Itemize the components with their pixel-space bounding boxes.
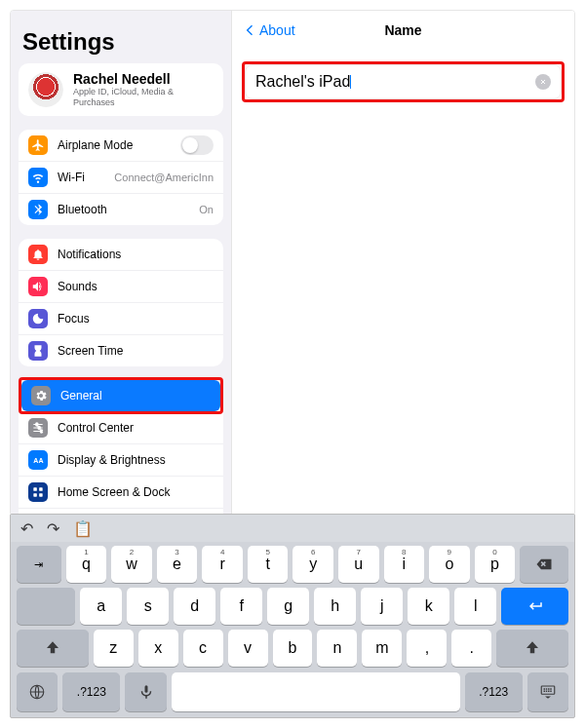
tab-key[interactable]: ⇥ (17, 546, 61, 583)
key-v[interactable]: v (228, 630, 268, 667)
svg-rect-3 (33, 493, 37, 497)
settings-group-connectivity: Airplane Mode Wi-Fi Connect@AmericInn Bl… (19, 130, 223, 225)
key-k[interactable]: k (408, 588, 449, 625)
keyboard-toolbar: ↶ ↷ 📋 (11, 515, 574, 542)
key-m[interactable]: m (362, 630, 402, 667)
sidebar-item-notifications[interactable]: Notifications (19, 239, 223, 270)
settings-title: Settings (19, 20, 223, 63)
wifi-icon (28, 168, 48, 187)
key-e[interactable]: 3e (157, 546, 198, 583)
bluetooth-value: On (199, 204, 214, 215)
key-y[interactable]: 6y (292, 546, 333, 583)
symbols-key-left[interactable]: .?123 (62, 672, 120, 711)
sidebar-item-bluetooth[interactable]: Bluetooth On (19, 193, 223, 225)
airplane-icon (28, 135, 48, 155)
focus-icon (28, 309, 48, 328)
space-key[interactable] (172, 672, 460, 711)
key-b[interactable]: b (273, 630, 313, 667)
notifications-icon (28, 245, 48, 264)
on-screen-keyboard: ↶ ↷ 📋 ⇥ 1q 2w 3e 4r 5t 6y 7u 8i 9o 0p a (10, 514, 575, 718)
dictation-key[interactable] (125, 672, 166, 711)
key-o[interactable]: 9o (429, 546, 470, 583)
sidebar-item-wifi[interactable]: Wi-Fi Connect@AmericInn (19, 161, 223, 193)
sidebar-item-focus[interactable]: Focus (19, 302, 223, 334)
sidebar-item-airplane[interactable]: Airplane Mode (19, 130, 223, 161)
highlight-name-field: Rachel's iPad (242, 61, 565, 102)
undo-button[interactable]: ↶ (20, 519, 33, 538)
apple-id-card[interactable]: Rachel Needell Apple ID, iCloud, Media &… (19, 63, 223, 116)
svg-rect-4 (39, 493, 43, 497)
svg-rect-1 (33, 487, 37, 491)
key-a[interactable]: a (80, 588, 122, 625)
redo-button[interactable]: ↷ (47, 519, 59, 538)
backspace-key[interactable] (520, 546, 568, 583)
sidebar-item-sounds[interactable]: Sounds (19, 270, 223, 302)
key-x[interactable]: x (138, 630, 178, 667)
svg-text:AA: AA (33, 457, 43, 464)
sidebar-item-display[interactable]: AA Display & Brightness (19, 443, 223, 476)
dismiss-keyboard-key[interactable] (527, 672, 568, 711)
name-input[interactable]: Rachel's iPad (255, 73, 351, 91)
key-z[interactable]: z (94, 630, 134, 667)
display-icon: AA (28, 450, 48, 470)
svg-rect-8 (541, 686, 555, 694)
detail-pane: About Name Rachel's iPad (231, 11, 574, 516)
bluetooth-icon (28, 200, 48, 219)
key-l[interactable]: l (454, 588, 496, 625)
wifi-value: Connect@AmericInn (114, 172, 214, 183)
sidebar-item-homescreen[interactable]: Home Screen & Dock (19, 476, 223, 508)
clear-text-button[interactable] (535, 74, 551, 90)
symbols-key-right[interactable]: .?123 (465, 672, 523, 711)
svg-rect-7 (144, 685, 147, 693)
close-icon (539, 78, 547, 86)
sidebar-item-controlcenter[interactable]: Control Center (19, 411, 223, 443)
controlcenter-icon (28, 418, 48, 438)
sidebar-item-general[interactable]: General (21, 380, 220, 411)
keyboard-row-bottom: .?123 .?123 (11, 672, 574, 717)
key-t[interactable]: 5t (248, 546, 289, 583)
key-j[interactable]: j (361, 588, 403, 625)
sounds-icon (28, 277, 48, 296)
key-u[interactable]: 7u (338, 546, 379, 583)
name-field-row[interactable]: Rachel's iPad (245, 64, 562, 99)
key-r[interactable]: 4r (202, 546, 243, 583)
detail-navbar: About Name (232, 11, 574, 50)
return-key[interactable] (501, 588, 568, 625)
key-c[interactable]: c (183, 630, 223, 667)
chevron-left-icon (242, 22, 257, 38)
shift-key-right[interactable] (496, 630, 568, 667)
keyboard-row-2: a s d f g h j k l (17, 588, 568, 625)
svg-rect-2 (39, 487, 43, 491)
key-n[interactable]: n (317, 630, 357, 667)
key-comma[interactable]: , (407, 630, 447, 667)
keyboard-row-1: ⇥ 1q 2w 3e 4r 5t 6y 7u 8i 9o 0p (17, 546, 568, 583)
highlight-general: General (19, 377, 223, 414)
key-s[interactable]: s (127, 588, 169, 625)
shift-key-left[interactable] (17, 630, 89, 667)
text-cursor (350, 75, 351, 89)
clipboard-button[interactable]: 📋 (73, 519, 93, 538)
screentime-icon (28, 341, 48, 361)
caps-key[interactable] (17, 588, 75, 625)
sidebar-item-screentime[interactable]: Screen Time (19, 334, 223, 366)
keyboard-row-3: z x c v b n m , . (17, 630, 568, 667)
key-f[interactable]: f (220, 588, 262, 625)
key-p[interactable]: 0p (475, 546, 516, 583)
general-icon (31, 386, 51, 405)
airplane-toggle[interactable] (180, 135, 214, 155)
key-w[interactable]: 2w (111, 546, 152, 583)
key-q[interactable]: 1q (66, 546, 107, 583)
key-d[interactable]: d (174, 588, 215, 625)
settings-split-view: Settings Rachel Needell Apple ID, iCloud… (10, 10, 575, 517)
settings-group-alerts: Notifications Sounds Focus Screen Time (19, 239, 223, 366)
globe-key[interactable] (17, 672, 58, 711)
key-h[interactable]: h (314, 588, 356, 625)
apple-id-sub: Apple ID, iCloud, Media & Purchases (73, 87, 214, 108)
key-i[interactable]: 8i (384, 546, 425, 583)
homescreen-icon (28, 482, 48, 502)
apple-id-name: Rachel Needell (73, 71, 214, 87)
key-g[interactable]: g (267, 588, 309, 625)
back-button[interactable]: About (242, 22, 295, 38)
key-period[interactable]: . (451, 630, 491, 667)
settings-sidebar: Settings Rachel Needell Apple ID, iCloud… (11, 11, 231, 516)
